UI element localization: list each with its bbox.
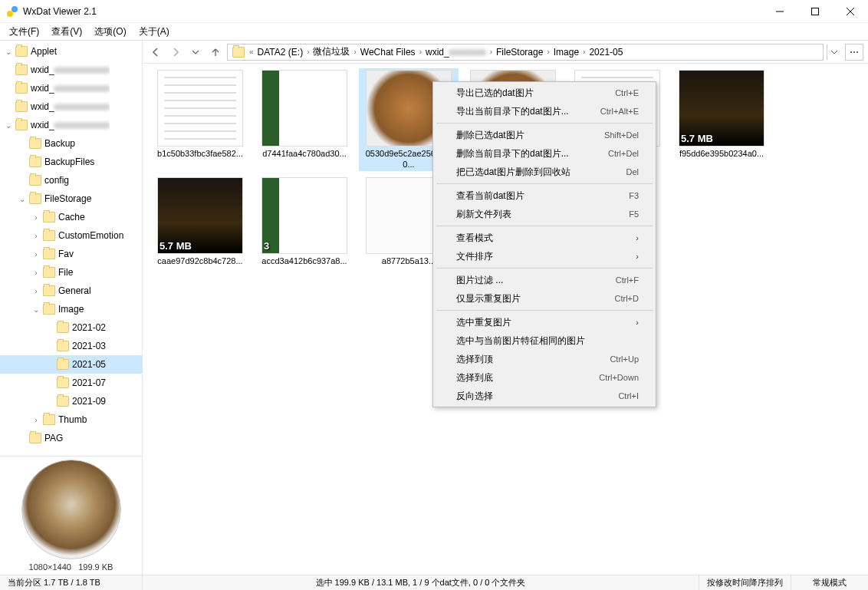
close-button[interactable] [833, 0, 868, 23]
ctx-item-13[interactable]: 图片过滤 ...Ctrl+F [435, 271, 654, 289]
tree-node-Image[interactable]: ⌄Image [0, 300, 142, 318]
more-button[interactable]: ⋯ [845, 44, 863, 61]
breadcrumb-1[interactable]: 微信垃圾 [311, 45, 352, 58]
tree-label: wxid_xxxxxxxxxxxx [31, 64, 110, 75]
chevron-right-icon[interactable]: › [31, 416, 41, 424]
maximize-button[interactable] [797, 0, 833, 23]
tree-node-Cache[interactable]: ›Cache [0, 208, 142, 226]
nav-forward-button[interactable] [167, 44, 184, 61]
menu-3[interactable]: 关于(A) [133, 24, 176, 40]
ctx-item-17[interactable]: 选中与当前图片特征相同的图片 [435, 331, 654, 350]
ctx-label: 导出已选的dat图片 [456, 87, 534, 100]
ctx-label: 删除当前目录下的dat图片... [456, 147, 569, 160]
menu-0[interactable]: 文件(F) [3, 24, 45, 40]
ctx-label: 把已选dat图片删除到回收站 [456, 166, 570, 179]
folder-tree[interactable]: ⌄Appletwxid_xxxxxxxxxxxxwxid_xxxxxxxxxxx… [0, 41, 142, 456]
ctx-label: 文件排序 [456, 250, 493, 263]
chevron-right-icon[interactable]: › [31, 269, 41, 277]
ctx-shortcut: Ctrl+E [615, 88, 639, 97]
ctx-item-3[interactable]: 删除已选dat图片Shift+Del [435, 126, 654, 144]
address-bar[interactable]: « DATA2 (E:)›微信垃圾›WeChat Files›wxid_xxxx… [227, 44, 824, 61]
ctx-item-19[interactable]: 选择到底Ctrl+Down [435, 368, 654, 387]
tree-node-General[interactable]: ›General [0, 282, 142, 300]
chevron-right-icon[interactable]: › [31, 250, 41, 259]
nav-dropdown-button[interactable] [187, 44, 204, 61]
ctx-item-0[interactable]: 导出已选的dat图片Ctrl+E [435, 84, 654, 102]
tree-node-Backup[interactable]: Backup [0, 134, 142, 153]
chevron-down-icon[interactable]: ⌄ [31, 305, 41, 314]
thumbnail-label: accd3a412b6c937a8... [258, 255, 350, 266]
folder-icon [57, 377, 69, 388]
tree-node-File[interactable]: ›File [0, 263, 142, 282]
ctx-item-10[interactable]: 查看模式› [435, 229, 654, 247]
nav-up-button[interactable] [207, 44, 224, 61]
breadcrumb-3[interactable]: wxid_xxxxxxxx [423, 47, 488, 58]
menu-1[interactable]: 查看(V) [45, 24, 88, 40]
tree-node-PAG[interactable]: PAG [0, 429, 142, 447]
ctx-item-14[interactable]: 仅显示重复图片Ctrl+D [435, 289, 654, 308]
ctx-item-20[interactable]: 反向选择Ctrl+I [435, 387, 654, 405]
menu-2[interactable]: 选项(O) [88, 24, 132, 40]
ctx-item-1[interactable]: 导出当前目录下的dat图片...Ctrl+Alt+E [435, 102, 654, 120]
folder-icon [15, 46, 28, 57]
chevron-down-icon[interactable]: ⌄ [3, 48, 14, 56]
ctx-item-16[interactable]: 选中重复图片› [435, 313, 654, 331]
breadcrumb-0[interactable]: DATA2 (E:) [255, 47, 306, 58]
ctx-item-4[interactable]: 删除当前目录下的dat图片...Ctrl+Del [435, 144, 654, 163]
tree-node-2021-02[interactable]: 2021-02 [0, 318, 142, 337]
breadcrumb-6[interactable]: 2021-05 [587, 47, 625, 58]
folder-icon [43, 304, 55, 315]
chevron-left-icon: « [248, 48, 255, 56]
svg-point-1 [12, 6, 18, 12]
nav-back-button[interactable] [147, 44, 164, 61]
chevron-down-icon[interactable]: ⌄ [17, 195, 28, 203]
thumbnail-item[interactable]: b1c50b33fbc3fae582... [150, 68, 250, 171]
breadcrumb-2[interactable]: WeChat Files [358, 47, 418, 58]
tree-node-wxid_[interactable]: wxid_xxxxxxxxxxxx [0, 79, 142, 97]
thumbnail-image: 5.7 MB [679, 70, 764, 147]
tree-node-2021-05[interactable]: 2021-05 [0, 355, 142, 374]
tree-node-Fav[interactable]: ›Fav [0, 245, 142, 263]
ctx-shortcut: Shift+Del [604, 130, 639, 140]
tree-label: wxid_xxxxxxxxxxxx [31, 83, 110, 94]
tree-node-wxid_[interactable]: ⌄wxid_xxxxxxxxxxxx [0, 116, 142, 134]
tree-node-2021-09[interactable]: 2021-09 [0, 392, 142, 410]
breadcrumb-4[interactable]: FileStorage [494, 47, 545, 58]
ctx-label: 查看当前dat图片 [456, 190, 524, 203]
folder-icon [29, 157, 41, 167]
ctx-item-5[interactable]: 把已选dat图片删除到回收站Del [435, 163, 654, 181]
minimize-button[interactable] [762, 0, 797, 23]
chevron-right-icon: › [488, 48, 494, 56]
context-menu[interactable]: 导出已选的dat图片Ctrl+E导出当前目录下的dat图片...Ctrl+Alt… [432, 81, 656, 407]
folder-icon [43, 212, 55, 222]
tree-node-CustomEmotion[interactable]: ›CustomEmotion [0, 226, 142, 245]
ctx-label: 反向选择 [456, 390, 493, 403]
tree-node-2021-03[interactable]: 2021-03 [0, 337, 142, 355]
tree-node-config[interactable]: config [0, 171, 142, 190]
ctx-item-18[interactable]: 选择到顶Ctrl+Up [435, 350, 654, 368]
chevron-right-icon[interactable]: › [31, 213, 41, 222]
ctx-item-8[interactable]: 刷新文件列表F5 [435, 205, 654, 223]
address-dropdown-button[interactable] [827, 44, 840, 60]
tree-node-wxid_[interactable]: wxid_xxxxxxxxxxxx [0, 61, 142, 79]
tree-node-Thumb[interactable]: ›Thumb [0, 410, 142, 429]
folder-icon [57, 322, 69, 333]
thumbnail-item[interactable]: 3accd3a412b6c937a8... [255, 176, 354, 268]
tree-node-Applet[interactable]: ⌄Applet [0, 42, 142, 61]
ctx-shortcut: F3 [629, 191, 639, 200]
thumbnail-item[interactable]: 5.7 MBcaae97d92c8b4c728... [150, 176, 250, 268]
ctx-item-7[interactable]: 查看当前dat图片F3 [435, 186, 654, 205]
folder-icon [57, 341, 69, 351]
thumbnail-item[interactable]: d7441faa4c780ad30... [255, 68, 354, 171]
tree-node-BackupFiles[interactable]: BackupFiles [0, 153, 142, 171]
chevron-down-icon[interactable]: ⌄ [3, 121, 14, 130]
chevron-right-icon[interactable]: › [31, 287, 41, 295]
chevron-right-icon[interactable]: › [31, 232, 41, 240]
folder-icon [43, 230, 55, 241]
ctx-item-11[interactable]: 文件排序› [435, 247, 654, 265]
thumbnail-item[interactable]: 5.7 MBf95dd6e395b0234a0... [672, 68, 771, 171]
breadcrumb-5[interactable]: Image [551, 47, 581, 58]
tree-node-2021-07[interactable]: 2021-07 [0, 374, 142, 392]
tree-node-wxid_[interactable]: wxid_xxxxxxxxxxxx [0, 97, 142, 116]
tree-node-FileStorage[interactable]: ⌄FileStorage [0, 190, 142, 208]
